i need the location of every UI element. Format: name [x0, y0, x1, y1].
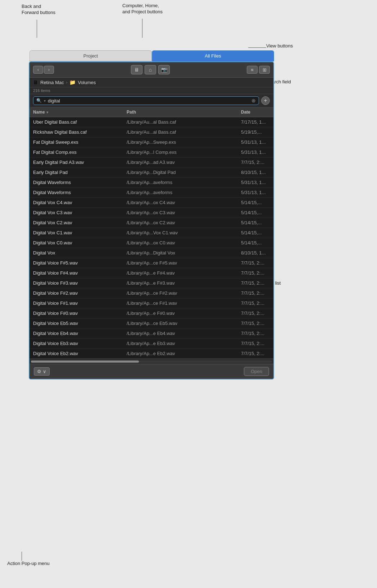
- table-row[interactable]: Digital Voice F#3.wav/Library/Ap...e F#3…: [29, 278, 273, 288]
- file-path-cell: /Library/Ap...ox C4.wav: [123, 199, 237, 206]
- file-name-cell: Digital Voice F#0.wav: [29, 310, 123, 317]
- file-name-cell: Digital Voice Eb5.wav: [29, 320, 123, 327]
- list-view-button[interactable]: ≡: [247, 66, 258, 74]
- col-header-name[interactable]: Name ▾: [29, 109, 123, 115]
- file-path-cell: /Library/Ap...e F#3.wav: [123, 280, 237, 286]
- file-path-cell: /Library/Ap...e Eb4.wav: [123, 330, 237, 337]
- file-date-cell: 5/31/13, 1...: [237, 149, 273, 156]
- file-date-cell: 7/7/15, 2:...: [237, 320, 273, 327]
- table-row[interactable]: Uber Digital Bass.caf/Library/Au...al Ba…: [29, 117, 273, 127]
- file-list: Uber Digital Bass.caf/Library/Au...al Ba…: [29, 117, 273, 359]
- search-input[interactable]: [48, 98, 249, 104]
- file-name-cell: Digital Voice F#2.wav: [29, 290, 123, 297]
- table-row[interactable]: Digital Vox C1.wav/Library/Ap...Vox C1.w…: [29, 228, 273, 238]
- file-path-cell: /Library/Ap...Vox C1.wav: [123, 229, 237, 236]
- forward-button[interactable]: ›: [44, 66, 54, 74]
- location-group: 🖥 ⌂ 📷: [131, 65, 170, 74]
- table-row[interactable]: Digital Voice F#0.wav/Library/Ap...e F#0…: [29, 308, 273, 318]
- file-path-cell: /Library/Ap...Digital Vox: [123, 249, 237, 256]
- table-row[interactable]: Rickshaw Digital Bass.caf/Library/Au...a…: [29, 127, 273, 137]
- file-list-wrapper: Uber Digital Bass.caf/Library/Au...al Ba…: [29, 117, 273, 359]
- table-row[interactable]: Early Digital Pad A3.wav/Library/Ap...ad…: [29, 157, 273, 167]
- open-button[interactable]: Open: [244, 367, 269, 376]
- file-name-cell: Fat Digital Sweep.exs: [29, 139, 123, 146]
- table-row[interactable]: Digital Voice F#2.wav/Library/Ap...ce F#…: [29, 288, 273, 298]
- file-date-cell: 8/10/15, 1...: [237, 169, 273, 176]
- table-row[interactable]: Digital Vox C3.wav/Library/Ap...ox C3.wa…: [29, 208, 273, 218]
- table-row[interactable]: Digital Voice Eb5.wav/Library/Ap...ce Eb…: [29, 318, 273, 329]
- file-name-cell: Digital Vox C4.wav: [29, 199, 123, 206]
- file-date-cell: 7/17/15, 1...: [237, 119, 273, 125]
- file-name-cell: Digital Vox C3.wav: [29, 209, 123, 216]
- file-path-cell: /Library/Ap...ad A3.wav: [123, 159, 237, 166]
- annot-line-view: [248, 47, 266, 48]
- search-clear-button[interactable]: ⊗: [251, 98, 256, 104]
- dialog-container: Project All Files ‹ › 🖥 ⌂: [29, 50, 281, 380]
- column-view-icon: ⊞: [263, 67, 267, 73]
- hscroll-thumb[interactable]: [31, 360, 139, 363]
- project-icon: 📷: [161, 67, 167, 73]
- action-popup-menu-button[interactable]: ⚙ ∨: [34, 367, 50, 376]
- table-row[interactable]: Digital Voice Eb2.wav/Library/Ap...e Eb2…: [29, 349, 273, 359]
- file-date-cell: 7/7/15, 2:...: [237, 350, 273, 357]
- item-count-bar: 216 items: [29, 87, 273, 94]
- file-path-cell: /Library/Ap...e F#0.wav: [123, 310, 237, 317]
- table-row[interactable]: Digital Vox C2.wav/Library/Ap...ox C2.wa…: [29, 218, 273, 228]
- annot-line-back-forward: [37, 20, 37, 38]
- project-button[interactable]: 📷: [158, 65, 170, 74]
- file-name-cell: Digital Waveforms: [29, 189, 123, 196]
- file-date-cell: 5/14/15,...: [237, 239, 273, 246]
- back-button[interactable]: ‹: [33, 66, 43, 74]
- action-gear-icon: ⚙: [37, 369, 41, 374]
- tab-all-files[interactable]: All Files: [152, 50, 274, 61]
- column-view-button[interactable]: ⊞: [259, 66, 270, 74]
- table-row[interactable]: Digital Voice Eb4.wav/Library/Ap...e Eb4…: [29, 329, 273, 339]
- home-button[interactable]: ⌂: [145, 65, 156, 74]
- search-add-button[interactable]: +: [261, 96, 270, 105]
- table-row[interactable]: Digital Voice Eb3.wav/Library/Ap...e Eb3…: [29, 339, 273, 349]
- horizontal-scrollbar[interactable]: [29, 359, 273, 364]
- file-name-cell: Digital Voice F#3.wav: [29, 280, 123, 286]
- file-name-cell: Uber Digital Bass.caf: [29, 119, 123, 125]
- file-date-cell: 7/7/15, 2:...: [237, 330, 273, 337]
- computer-path-icon: 🖥: [33, 79, 38, 85]
- table-row[interactable]: Digital Waveforms/Library/Ap...aveforms5…: [29, 188, 273, 198]
- file-path-cell: /Library/Au...al Bass.caf: [123, 119, 237, 125]
- file-date-cell: 5/14/15,...: [237, 209, 273, 216]
- annotation-view-buttons: View buttons: [266, 43, 293, 49]
- table-row[interactable]: Digital Voice F#1.wav/Library/Ap...ce F#…: [29, 298, 273, 308]
- file-date-cell: 5/31/13, 1...: [237, 139, 273, 146]
- file-name-cell: Early Digital Pad A3.wav: [29, 159, 123, 166]
- file-date-cell: 5/19/15,...: [237, 129, 273, 135]
- table-row[interactable]: Digital Voice F#5.wav/Library/Ap...ce F#…: [29, 258, 273, 268]
- tab-project[interactable]: Project: [29, 50, 152, 61]
- file-date-cell: 7/7/15, 2:...: [237, 259, 273, 266]
- annot-line-chp: [142, 19, 142, 38]
- file-dialog: ‹ › 🖥 ⌂ 📷 ≡: [29, 61, 274, 380]
- hscroll-track: [31, 360, 272, 363]
- file-path-cell: /Library/Ap...ox C3.wav: [123, 209, 237, 216]
- file-name-cell: Digital Voice Eb4.wav: [29, 330, 123, 337]
- file-path-cell: /Library/Ap...aveforms: [123, 179, 237, 186]
- computer-button[interactable]: 🖥: [131, 65, 142, 74]
- action-chevron-icon: ∨: [43, 369, 46, 374]
- annotation-action-popup: Action Pop-up menu: [7, 561, 50, 566]
- list-view-icon: ≡: [251, 67, 254, 73]
- annotation-back-forward: Back andForward buttons: [22, 4, 55, 16]
- table-row[interactable]: Digital Vox C0.wav/Library/Ap...ox C0.wa…: [29, 238, 273, 248]
- table-row[interactable]: Fat Digital Sweep.exs/Library/Ap...Sweep…: [29, 137, 273, 147]
- col-header-date[interactable]: Date: [237, 109, 273, 115]
- file-path-cell: /Library/Ap...l Comp.exs: [123, 149, 237, 156]
- file-path-cell: /Library/Ap...e F#4.wav: [123, 270, 237, 276]
- table-row[interactable]: Digital Waveforms/Library/Ap...aveforms5…: [29, 178, 273, 188]
- file-path-cell: /Library/Ap...ce F#1.wav: [123, 300, 237, 307]
- column-headers: Name ▾ Path Date: [29, 107, 273, 117]
- table-row[interactable]: Digital Voice F#4.wav/Library/Ap...e F#4…: [29, 268, 273, 278]
- file-date-cell: 5/31/13, 1...: [237, 189, 273, 196]
- table-row[interactable]: Digital Vox C4.wav/Library/Ap...ox C4.wa…: [29, 198, 273, 208]
- table-row[interactable]: Fat Digital Comp.exs/Library/Ap...l Comp…: [29, 147, 273, 157]
- col-header-path[interactable]: Path: [123, 109, 237, 115]
- table-row[interactable]: Digital Vox/Library/Ap...Digital Vox8/10…: [29, 248, 273, 258]
- file-name-cell: Digital Voice Eb3.wav: [29, 340, 123, 347]
- table-row[interactable]: Early Digital Pad/Library/Ap...Digital P…: [29, 167, 273, 178]
